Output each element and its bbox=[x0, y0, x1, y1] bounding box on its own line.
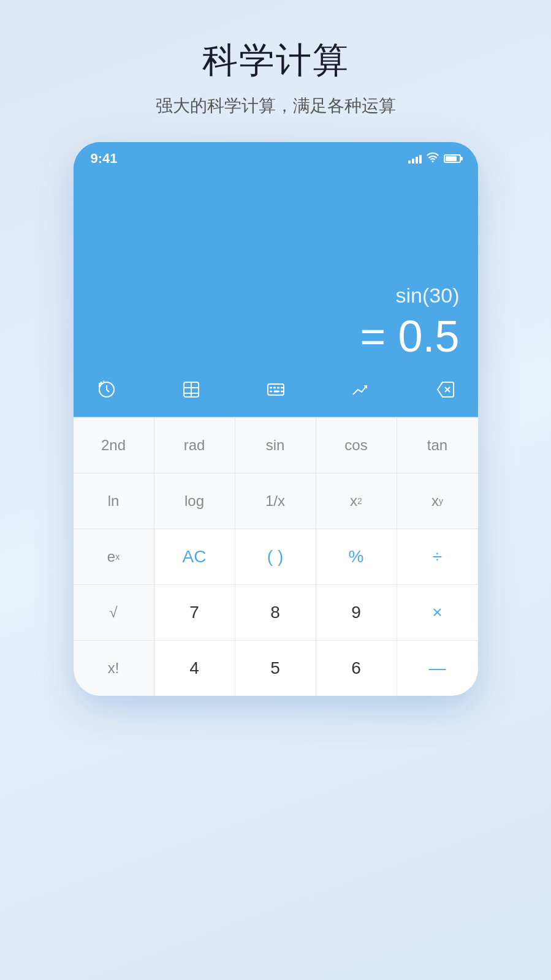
signal-icon bbox=[408, 154, 422, 164]
page-header: 科学计算 强大的科学计算，满足各种运算 bbox=[156, 37, 396, 118]
key-7[interactable]: 7 bbox=[154, 585, 235, 640]
chart-button[interactable] bbox=[346, 375, 375, 404]
keyboard-button[interactable] bbox=[261, 375, 291, 404]
key-power[interactable]: xy bbox=[397, 473, 478, 529]
key-row-3: ex AC ( ) % ÷ bbox=[74, 529, 478, 584]
key-reciprocal[interactable]: 1/x bbox=[235, 473, 316, 529]
status-time: 9:41 bbox=[91, 151, 118, 167]
key-minus[interactable]: — bbox=[397, 641, 478, 696]
page-title: 科学计算 bbox=[156, 37, 396, 85]
key-4[interactable]: 4 bbox=[154, 641, 235, 696]
key-exp[interactable]: ex bbox=[74, 529, 154, 584]
key-row-2: ln log 1/x x2 xy bbox=[74, 473, 478, 529]
wifi-icon bbox=[427, 153, 439, 165]
phone-frame: 9:41 sin(30) = 0.5 bbox=[74, 142, 478, 696]
key-square[interactable]: x2 bbox=[316, 473, 397, 529]
key-row-4: √ 7 8 9 × bbox=[74, 584, 478, 640]
key-8[interactable]: 8 bbox=[235, 585, 316, 640]
toolbar bbox=[74, 368, 478, 417]
key-sin[interactable]: sin bbox=[235, 418, 316, 473]
delete-button[interactable] bbox=[430, 375, 460, 404]
key-2nd[interactable]: 2nd bbox=[74, 418, 154, 473]
key-percent[interactable]: % bbox=[316, 529, 397, 584]
key-cos[interactable]: cos bbox=[316, 418, 397, 473]
svg-rect-5 bbox=[268, 384, 284, 395]
key-paren[interactable]: ( ) bbox=[235, 529, 316, 584]
history-button[interactable] bbox=[92, 375, 121, 404]
key-6[interactable]: 6 bbox=[316, 641, 397, 696]
key-log[interactable]: log bbox=[154, 473, 235, 529]
key-5[interactable]: 5 bbox=[235, 641, 316, 696]
display-area: sin(30) = 0.5 bbox=[74, 172, 478, 368]
key-row-1: 2nd rad sin cos tan bbox=[74, 417, 478, 473]
display-expression: sin(30) bbox=[396, 284, 460, 307]
key-row-5: x! 4 5 6 — bbox=[74, 640, 478, 696]
key-tan[interactable]: tan bbox=[397, 418, 478, 473]
key-multiply[interactable]: × bbox=[397, 585, 478, 640]
battery-icon bbox=[444, 154, 461, 163]
key-ac[interactable]: AC bbox=[154, 529, 235, 584]
calculator-mode-button[interactable] bbox=[177, 375, 206, 404]
key-divide[interactable]: ÷ bbox=[397, 529, 478, 584]
display-result: = 0.5 bbox=[360, 311, 459, 361]
key-sqrt[interactable]: √ bbox=[74, 585, 154, 640]
status-bar: 9:41 bbox=[74, 142, 478, 172]
key-9[interactable]: 9 bbox=[316, 585, 397, 640]
keypad: 2nd rad sin cos tan ln log 1/x x2 xy ex … bbox=[74, 417, 478, 696]
key-ln[interactable]: ln bbox=[74, 473, 154, 529]
page-subtitle: 强大的科学计算，满足各种运算 bbox=[156, 94, 396, 118]
status-icons bbox=[408, 153, 461, 165]
key-factorial[interactable]: x! bbox=[74, 641, 154, 696]
key-rad[interactable]: rad bbox=[154, 418, 235, 473]
